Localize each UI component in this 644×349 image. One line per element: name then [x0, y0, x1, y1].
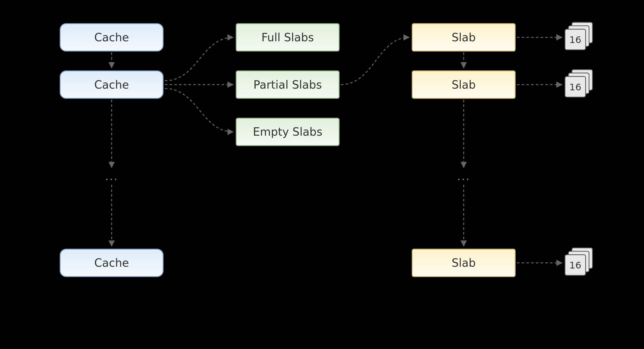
page-value: 16 — [569, 82, 581, 93]
slab-node-2: Slab — [412, 71, 515, 98]
cache-label: Cache — [94, 78, 129, 91]
slab-label: Slab — [452, 78, 476, 91]
page-value: 16 — [569, 34, 581, 45]
page-stack-2: 16 — [565, 70, 592, 97]
slab-allocator-diagram: Cache Cache ... Cache Full Slabs Partial… — [0, 0, 644, 349]
page-value: 16 — [569, 260, 581, 271]
full-slabs-node: Full Slabs — [236, 24, 339, 51]
slab-ellipsis: ... — [457, 170, 470, 183]
cache-node-2: Cache — [60, 71, 163, 98]
cache-ellipsis: ... — [105, 170, 118, 183]
empty-slabs-node: Empty Slabs — [236, 118, 339, 145]
full-slabs-label: Full Slabs — [261, 31, 314, 44]
arrow-partial-to-slab1 — [341, 37, 409, 85]
partial-slabs-label: Partial Slabs — [253, 78, 322, 91]
cache-node-n: Cache — [60, 249, 163, 277]
empty-slabs-label: Empty Slabs — [253, 125, 323, 138]
cache-label: Cache — [94, 256, 129, 269]
cache-label: Cache — [94, 31, 129, 44]
partial-slabs-node: Partial Slabs — [236, 71, 339, 98]
slab-node-1: Slab — [412, 24, 515, 51]
arrow-cache2-to-empty — [165, 89, 233, 132]
arrow-cache2-to-full — [165, 37, 233, 81]
page-stack-n: 16 — [565, 248, 592, 275]
page-stack-1: 16 — [565, 22, 592, 50]
slab-node-n: Slab — [412, 249, 515, 277]
slab-label: Slab — [452, 31, 476, 44]
cache-node-1: Cache — [60, 24, 163, 51]
slab-label: Slab — [452, 256, 476, 269]
